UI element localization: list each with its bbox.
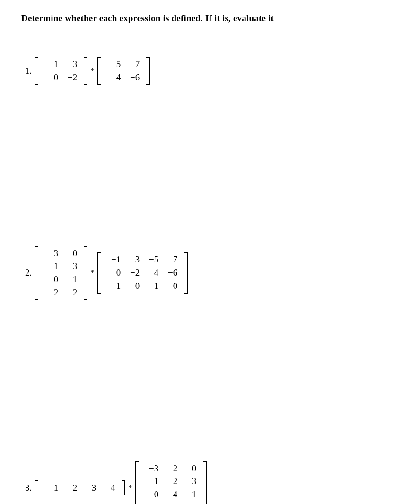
expression: −130−2 * −574−6 [35,57,150,85]
matrix-cell: 0 [42,72,61,83]
matrix-cell: 0 [61,248,80,259]
matrix-cell: −3 [42,248,61,259]
bracket-left-icon [97,57,101,85]
matrix-cell: −1 [42,59,61,70]
matrix-cell: 4 [161,489,180,500]
matrix-cell: −1 [161,502,180,504]
matrix-cell: −3 [142,463,161,474]
problem-1: 1. −130−2 * −574−6 [25,57,399,85]
problem-2: 2. −30130122 * −13−570−24−61010 [25,246,399,300]
matrix-cell: 4 [142,267,161,278]
matrix-cell: 2 [42,287,61,298]
matrix-cell: 2 [142,502,161,504]
matrix-cell: 0 [42,274,61,285]
matrix-cell: 0 [161,280,180,292]
bracket-right-icon [184,252,188,293]
matrix-cell: 3 [61,59,80,70]
matrix-cell: 1 [180,489,199,500]
matrix-right: −13−570−24−61010 [97,252,188,293]
bracket-left-icon [97,252,101,293]
bracket-left-icon [35,480,38,495]
expression: −30130122 * −13−570−24−61010 [35,246,188,300]
matrix-cell: −2 [61,72,80,83]
bracket-left-icon [135,461,139,504]
matrix-cell: 1 [42,482,61,494]
multiply-icon: * [90,67,94,75]
bracket-right-icon [122,480,125,495]
matrix-cell: 1 [142,476,161,487]
multiply-icon: * [90,269,94,277]
matrix-cell: 2 [161,476,180,487]
matrix-cell: 3 [80,482,99,494]
matrix-cell: −2 [123,267,142,278]
matrix-cell: 3 [180,476,199,487]
matrix-cell: −5 [142,254,161,265]
matrix-cell: 1 [61,274,80,285]
bracket-left-icon [35,57,38,85]
problem-number: 2. [25,268,32,278]
matrix-cell: 3 [123,254,142,265]
matrix-right: −574−6 [97,57,150,85]
matrix-cell: 3 [61,261,80,272]
problem-3: 3. 1234 * −3201230412−12 [25,461,399,504]
matrix-cell: −6 [123,72,142,83]
bracket-right-icon [146,57,150,85]
problem-number: 3. [25,483,32,493]
matrix-cell: 1 [142,280,161,292]
matrix-cell: 1 [42,261,61,272]
problem-number: 1. [25,66,32,76]
matrix-cell: 1 [105,280,123,292]
matrix-cell: 7 [123,59,142,70]
matrix-right: −3201230412−12 [135,461,207,504]
expression: 1234 * −3201230412−12 [35,461,207,504]
matrix-cell: 2 [61,287,80,298]
matrix-left: 1234 [35,480,125,495]
matrix-left: −30130122 [35,246,88,300]
matrix-cell: 2 [61,482,80,494]
page-title: Determine whether each expression is def… [21,13,399,24]
matrix-cell: 4 [105,72,123,83]
matrix-cell: −1 [105,254,123,265]
bracket-left-icon [35,246,38,300]
matrix-cell: 7 [161,254,180,265]
matrix-cell: −5 [105,59,123,70]
matrix-cell: −6 [161,267,180,278]
matrix-cell: 0 [123,280,142,292]
matrix-cell: 0 [105,267,123,278]
multiply-icon: * [128,484,132,492]
bracket-right-icon [84,57,88,85]
matrix-cell: 2 [161,463,180,474]
matrix-cell: 4 [99,482,118,494]
matrix-cell: 2 [180,502,199,504]
matrix-cell: 0 [142,489,161,500]
bracket-right-icon [84,246,88,300]
bracket-right-icon [203,461,207,504]
matrix-left: −130−2 [35,57,88,85]
matrix-cell: 0 [180,463,199,474]
